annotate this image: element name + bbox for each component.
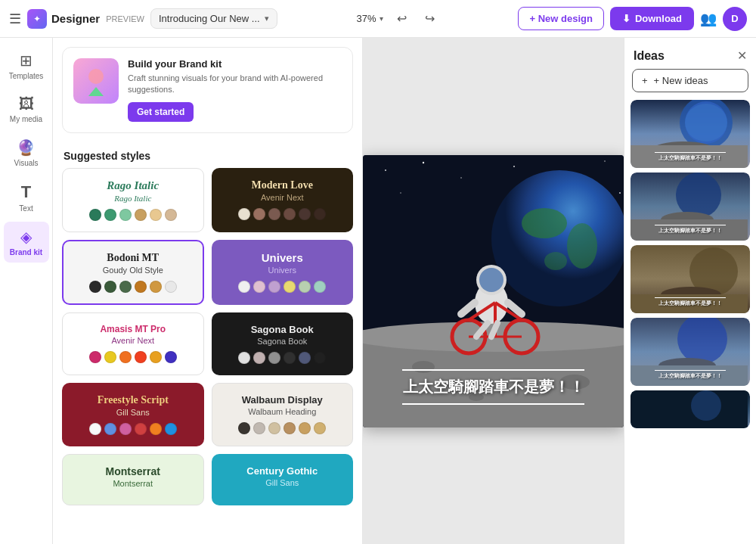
style-card-amasis[interactable]: Amasis MT Pro Avenir Next: [62, 312, 204, 375]
svg-point-3: [385, 169, 386, 171]
sidebar-item-text[interactable]: T Text: [4, 176, 49, 219]
idea-card-1[interactable]: 上太空騎腳踏車不是夢！！: [631, 100, 750, 168]
logo-icon: ✦: [27, 9, 47, 29]
style-card-modern-love[interactable]: Modern Love Avenir Next: [212, 168, 354, 232]
svg-point-9: [400, 192, 401, 194]
style-card-modern-love-title: Modern Love: [222, 179, 344, 191]
idea-text-3: 上太空騎腳踏車不是夢！！: [631, 297, 750, 307]
canvas-area: 上太空騎腳踏車不是夢！！: [363, 38, 624, 544]
idea-card-3[interactable]: 上太空騎腳踏車不是夢！！: [631, 245, 750, 313]
style-card-sagona-colors: [222, 352, 344, 364]
redo-button[interactable]: ↪: [420, 8, 439, 29]
style-card-montserrat-title: Montserrat: [72, 465, 194, 477]
svg-point-14: [544, 252, 567, 270]
style-card-walbaum[interactable]: Walbaum Display Walbaum Heading: [212, 383, 354, 446]
promo-title: Build your Brand kit: [128, 58, 342, 70]
idea-image-2: 上太空騎腳踏車不是夢！！: [631, 173, 750, 241]
sidebar-item-visuals[interactable]: 🔮 Visuals: [4, 132, 49, 173]
idea-image-3: 上太空騎腳踏車不是夢！！: [631, 245, 750, 313]
doc-title-button[interactable]: Introducing Our New ... ▾: [150, 8, 277, 29]
style-card-rago-colors: [72, 209, 194, 221]
style-card-bodoni-title: Bodoni MT: [73, 252, 194, 264]
style-card-amasis-sub: Avenir Next: [72, 336, 194, 345]
idea-card-5[interactable]: [631, 390, 750, 428]
right-panel: Ideas ✕ + + New ideas: [624, 38, 756, 544]
svg-point-13: [567, 223, 597, 269]
download-label: Download: [635, 13, 682, 24]
style-card-rago-title: Rago Italic: [72, 179, 194, 192]
style-card-century[interactable]: Century Gothic Gill Sans: [212, 454, 354, 505]
preview-badge: PREVIEW: [106, 14, 144, 23]
brand-kit-icon: ◈: [20, 228, 32, 246]
promo-image: [73, 58, 119, 104]
text-icon: T: [21, 182, 31, 202]
style-card-freestyle[interactable]: Freestyle Script Gill Sans: [62, 383, 204, 446]
new-ideas-button[interactable]: + + New ideas: [632, 69, 748, 92]
canvas-image: 上太空騎腳踏車不是夢！！: [363, 155, 624, 427]
topbar-center: 37% ▾ ↩ ↪: [285, 8, 511, 29]
left-panel: Build your Brand kit Craft stunning visu…: [53, 38, 363, 544]
sidebar-item-templates[interactable]: ⊞ Templates: [4, 45, 49, 86]
promo-description: Craft stunning visuals for your brand wi…: [128, 73, 342, 96]
undo-button[interactable]: ↩: [392, 8, 411, 29]
svg-point-44: [677, 318, 727, 364]
style-card-century-title: Century Gothic: [222, 465, 344, 477]
topbar-left: ☰ ✦ Designer PREVIEW Introducing Our New…: [9, 8, 277, 29]
new-design-button[interactable]: + New design: [518, 7, 603, 30]
idea-card-4[interactable]: 上太空騎腳踏車不是夢！！: [631, 318, 750, 386]
style-card-rago-sub: Rago Italic: [72, 194, 194, 203]
templates-label: Templates: [9, 72, 44, 80]
svg-point-35: [685, 104, 727, 141]
share-icon-button[interactable]: 👥: [700, 11, 717, 27]
style-card-sagona[interactable]: Sagona Book Sagona Book: [212, 312, 354, 375]
topbar-right: + New design ⬇ Download 👥 D: [518, 7, 747, 31]
text-label: Text: [19, 204, 33, 213]
svg-point-48: [691, 390, 721, 421]
style-card-amasis-colors: [72, 351, 194, 363]
download-button[interactable]: ⬇ Download: [610, 7, 694, 30]
style-card-univers-title: Univers: [222, 251, 344, 264]
promo-text: Build your Brand kit Craft stunning visu…: [128, 58, 342, 122]
ideas-panel-header: Ideas ✕: [624, 38, 756, 69]
styles-grid: Rago Italic Rago Italic Modern Love Aven…: [53, 168, 362, 514]
style-card-montserrat[interactable]: Montserrat Montserrat: [62, 454, 204, 505]
idea-image-5: [631, 390, 750, 428]
visuals-label: Visuals: [14, 159, 38, 167]
canvas-main-text: 上太空騎腳踏車不是夢！！: [363, 377, 624, 397]
style-card-univers-sub: Univers: [222, 266, 344, 275]
svg-point-4: [423, 161, 424, 163]
brand-kit-label: Brand kit: [10, 248, 42, 256]
get-started-button[interactable]: Get started: [128, 102, 194, 122]
zoom-control[interactable]: 37% ▾: [357, 13, 383, 24]
suggested-styles-header: Suggested styles: [53, 142, 362, 168]
my-media-icon: 🖼: [19, 95, 34, 113]
zoom-chevron-icon: ▾: [380, 14, 383, 23]
svg-point-11: [491, 170, 624, 306]
sidebar-item-brand-kit[interactable]: ◈ Brand kit: [4, 222, 49, 263]
idea-text-2: 上太空騎腳踏車不是夢！！: [631, 225, 750, 235]
my-media-label: My media: [10, 115, 42, 123]
svg-point-6: [513, 166, 515, 167]
style-card-rago[interactable]: Rago Italic Rago Italic: [62, 168, 204, 232]
style-card-amasis-title: Amasis MT Pro: [72, 324, 194, 334]
logo-text: Designer: [51, 12, 100, 25]
visuals-icon: 🔮: [17, 138, 36, 157]
ideas-close-button[interactable]: ✕: [737, 48, 747, 63]
svg-point-8: [604, 160, 606, 162]
svg-point-22: [479, 268, 503, 292]
avatar[interactable]: D: [723, 7, 747, 31]
idea-text-4: 上太空騎腳踏車不是夢！！: [631, 370, 750, 380]
new-design-label: + New design: [529, 13, 592, 24]
zoom-value: 37%: [357, 13, 376, 24]
sidebar-item-my-media[interactable]: 🖼 My media: [4, 89, 49, 129]
style-card-bodoni[interactable]: Bodoni MT Goudy Old Style: [62, 240, 204, 305]
menu-icon[interactable]: ☰: [9, 11, 21, 27]
idea-card-2[interactable]: 上太空騎腳踏車不是夢！！: [631, 173, 750, 241]
ideas-panel-title: Ideas: [634, 49, 665, 63]
style-card-sagona-sub: Sagona Book: [222, 337, 344, 346]
style-card-univers[interactable]: Univers Univers: [212, 240, 354, 305]
download-icon: ⬇: [622, 13, 631, 24]
doc-title-text: Introducing Our New ...: [159, 13, 260, 24]
idea-text-1: 上太空騎腳踏車不是夢！！: [631, 152, 750, 162]
style-card-freestyle-sub: Gill Sans: [72, 408, 194, 417]
